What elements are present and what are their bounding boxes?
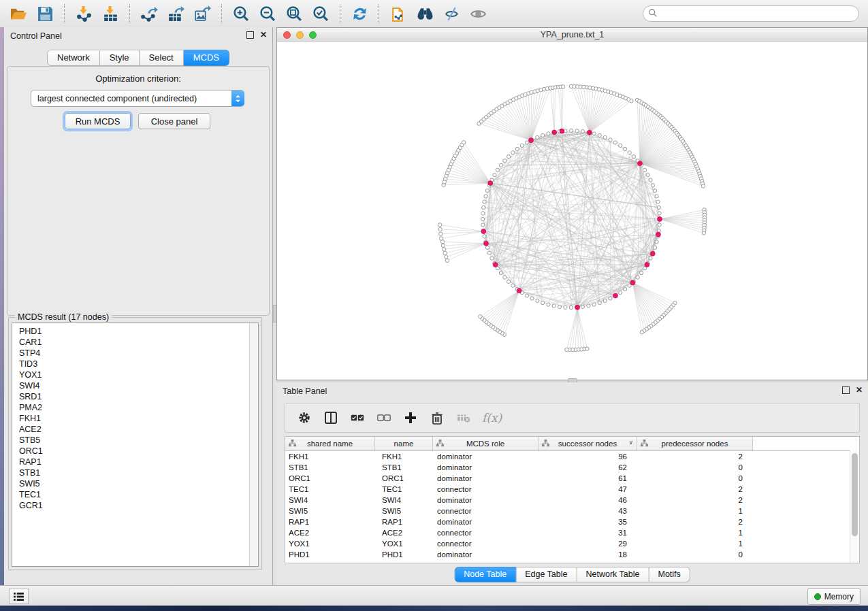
network-node[interactable] (646, 173, 649, 176)
column-header-MCDS-role[interactable]: MCDS role (433, 437, 539, 450)
column-header-shared-name[interactable]: shared name (285, 437, 375, 450)
network-node[interactable] (490, 257, 494, 260)
float-window-icon[interactable] (842, 386, 850, 394)
network-node[interactable] (592, 132, 596, 135)
network-node[interactable] (658, 212, 661, 215)
network-node[interactable] (657, 229, 660, 232)
network-node[interactable] (636, 276, 639, 279)
network-node[interactable] (592, 303, 596, 306)
network-canvas[interactable] (277, 42, 867, 380)
network-node[interactable] (569, 129, 573, 132)
table-cell[interactable]: 31 (539, 527, 637, 538)
mcds-result-item[interactable]: STP4 (12, 348, 258, 359)
network-node[interactable] (702, 231, 705, 235)
network-node[interactable] (515, 147, 519, 150)
table-row[interactable]: SWI5SWI5connector431 (285, 506, 859, 516)
network-node[interactable] (441, 244, 445, 247)
network-node[interactable] (603, 299, 607, 303)
network-node[interactable] (640, 271, 643, 275)
table-cell[interactable]: 43 (539, 506, 637, 516)
network-node[interactable] (443, 251, 447, 254)
network-node[interactable] (609, 138, 612, 142)
search-binoculars-icon[interactable] (416, 5, 434, 23)
network-node[interactable] (499, 271, 502, 275)
table-cell[interactable]: dominator (433, 549, 539, 560)
network-node[interactable] (525, 294, 528, 297)
network-node[interactable] (613, 141, 617, 144)
network-node[interactable] (575, 129, 579, 133)
table-cell[interactable]: 61 (539, 473, 637, 484)
table-cell[interactable]: dominator (433, 462, 539, 473)
tab-edge-table[interactable]: Edge Table (516, 567, 577, 582)
network-node[interactable] (654, 189, 657, 193)
refresh-layout-icon[interactable] (351, 5, 369, 23)
network-node[interactable] (541, 133, 545, 137)
column-panel-icon[interactable] (323, 410, 339, 426)
table-cell[interactable]: 1 (637, 506, 753, 516)
table-cell[interactable]: YOX1 (375, 538, 433, 549)
mcds-result-item[interactable]: FKH1 (12, 413, 258, 424)
network-node[interactable] (511, 151, 515, 154)
network-node[interactable] (530, 297, 534, 300)
network-node[interactable] (701, 184, 705, 188)
mcds-result-item[interactable]: PHD1 (12, 326, 258, 337)
table-cell[interactable]: PHD1 (285, 549, 375, 560)
network-node[interactable] (547, 132, 550, 135)
table-cell[interactable]: 0 (637, 473, 753, 484)
network-node-mcds[interactable] (517, 288, 521, 293)
close-panel-button[interactable]: Close panel (138, 113, 210, 129)
memory-button[interactable]: Memory (807, 588, 861, 605)
mcds-result-list[interactable]: PHD1CAR1STP4TID3YOX1SWI4SRD1PMA2FKH1ACE2… (12, 323, 259, 567)
table-row[interactable]: SWI4SWI4dominator462 (285, 495, 859, 506)
network-node[interactable] (511, 284, 515, 287)
mcds-result-item[interactable]: YOX1 (12, 369, 258, 380)
network-node[interactable] (587, 304, 590, 308)
table-cell[interactable]: 62 (539, 462, 637, 473)
network-node[interactable] (483, 200, 486, 203)
node-table[interactable]: shared namenameMCDS rolesuccessor nodes∨… (285, 436, 860, 563)
network-node-mcds[interactable] (656, 232, 661, 237)
network-node[interactable] (503, 159, 507, 163)
table-cell[interactable]: dominator (433, 516, 539, 527)
network-node[interactable] (439, 237, 443, 240)
network-node-mcds[interactable] (481, 229, 486, 234)
mcds-result-item[interactable]: ORC1 (12, 446, 258, 457)
network-node[interactable] (656, 200, 660, 203)
network-node[interactable] (481, 223, 485, 227)
table-cell[interactable]: RAP1 (375, 516, 433, 527)
network-node-mcds[interactable] (588, 130, 592, 135)
network-node[interactable] (552, 304, 556, 308)
table-cell[interactable]: 2 (637, 484, 753, 495)
zoom-in-icon[interactable] (232, 5, 251, 23)
column-header-successor-nodes[interactable]: successor nodes∨ (539, 437, 637, 450)
network-node[interactable] (499, 163, 502, 167)
network-node[interactable] (438, 223, 442, 227)
network-node[interactable] (619, 291, 622, 295)
network-node-mcds[interactable] (488, 181, 493, 186)
network-node[interactable] (630, 99, 633, 103)
open-file-icon[interactable] (10, 5, 28, 23)
network-node[interactable] (565, 348, 568, 351)
table-cell[interactable]: connector (433, 538, 539, 549)
network-node[interactable] (487, 251, 491, 254)
table-cell[interactable]: 2 (637, 516, 753, 527)
run-mcds-button[interactable]: Run MCDS (65, 113, 131, 129)
tab-style[interactable]: Style (100, 50, 140, 66)
network-node[interactable] (462, 141, 465, 144)
network-node-mcds[interactable] (650, 251, 655, 256)
column-header-name[interactable]: name (375, 437, 433, 450)
network-node[interactable] (507, 155, 511, 159)
table-scrollbar-thumb[interactable] (852, 453, 858, 536)
network-node[interactable] (485, 246, 489, 249)
table-cell[interactable]: dominator (433, 451, 539, 462)
table-row[interactable]: YOX1YOX1connector291 (285, 538, 859, 549)
select-all-checkboxes-icon[interactable] (349, 410, 366, 426)
table-row[interactable]: ACE2ACE2connector311 (285, 527, 859, 538)
network-node[interactable] (503, 276, 507, 279)
network-node[interactable] (619, 144, 622, 147)
mcds-result-item[interactable]: RAP1 (12, 457, 258, 467)
table-row[interactable]: STB1STB1dominator620 (285, 462, 859, 473)
network-node[interactable] (481, 217, 484, 220)
network-node[interactable] (598, 133, 601, 137)
table-cell[interactable]: SWI5 (375, 506, 433, 516)
